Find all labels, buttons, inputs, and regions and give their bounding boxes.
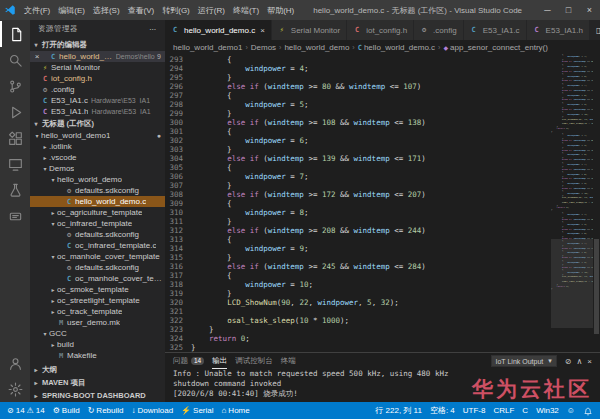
open-editor-hello-world-demo-c[interactable]: ×Chello_world_demo.cDemos\hello_world_de…: [30, 51, 165, 62]
open-editor-e53-ia1-h[interactable]: CE53_IA1.hHardware\E53_IA1: [30, 106, 165, 117]
menu-s[interactable]: 选择(S): [89, 5, 124, 16]
menu-e[interactable]: 编辑(E): [54, 5, 89, 16]
tab-e53-ia1-c[interactable]: CE53_IA1.c: [464, 20, 527, 40]
status-utf-8[interactable]: UTF-8: [463, 406, 486, 415]
tree-item-oc-infrared-template[interactable]: ▾oc_infrared_template: [30, 218, 165, 229]
explorer-icon[interactable]: [0, 21, 30, 47]
source-control-icon[interactable]: [0, 73, 30, 99]
status-win32[interactable]: Win32: [536, 406, 559, 415]
extensions-icon[interactable]: [0, 125, 30, 151]
menu-t[interactable]: 终端(T): [229, 5, 263, 16]
panel-tab-item[interactable]: 问题14: [173, 353, 204, 369]
chevron-right-icon: ▸: [49, 297, 57, 304]
panel-tab-item[interactable]: 终端: [281, 353, 296, 369]
open-editor-serial-monitor[interactable]: ⚡Serial Monitor: [30, 62, 165, 73]
breadcrumb-item-demos[interactable]: Demos: [251, 43, 276, 52]
tree-item-vscode[interactable]: ▸.vscode: [30, 152, 165, 163]
problems-status[interactable]: ⊘14⚠14: [7, 406, 45, 415]
status-button-download[interactable]: ↓Download: [132, 406, 174, 415]
status-button-serial[interactable]: ⚡Serial: [181, 406, 213, 415]
tree-item-oc-smoke-template[interactable]: ▸oc_smoke_template: [30, 284, 165, 295]
run-and-debug-icon[interactable]: [0, 99, 30, 125]
tree-item-gcc[interactable]: ▾GCC: [30, 328, 165, 339]
tab-hello-world-demo-c[interactable]: Chello_world_demo.c×: [165, 20, 272, 40]
tree-item-user-demo-mk[interactable]: Muser_demo.mk: [30, 317, 165, 328]
tab-config[interactable]: ⚙.config: [414, 20, 464, 40]
file-icon-c-blue: C: [41, 97, 49, 105]
close-panel-icon[interactable]: ×: [587, 357, 592, 366]
section-open-editors[interactable]: ▾ 打开的编辑器: [30, 38, 165, 51]
minimap-slider[interactable]: [551, 239, 593, 328]
section-workspace[interactable]: ▾ 无标题 (工作区): [30, 117, 165, 130]
status-4[interactable]: 空格: 4: [430, 405, 455, 416]
minimap[interactable]: { windpower = 4; } else if (windtemp >= …: [551, 54, 593, 352]
tree-item-build[interactable]: ▸build: [30, 339, 165, 350]
minimize-window-icon[interactable]: ─: [537, 0, 558, 20]
tree-item-oc-manhole-cover-template[interactable]: ▾oc_manhole_cover_template: [30, 251, 165, 262]
tree-item-demos[interactable]: ▾Demos: [30, 163, 165, 174]
scrollbar[interactable]: [593, 54, 600, 352]
status-crlf[interactable]: CRLF: [493, 406, 514, 415]
breadcrumb-item-hello-world-demo[interactable]: hello_world_demo: [284, 43, 349, 52]
panel-tab-item[interactable]: 输出: [212, 353, 227, 369]
test-icon[interactable]: [0, 177, 30, 203]
iot-device-icon[interactable]: [0, 203, 30, 229]
tree-item-hello-world-demo1[interactable]: ▾hello_world_demo1●: [30, 130, 165, 141]
tree-item-iotlink[interactable]: ▸.iotlink: [30, 141, 165, 152]
status-button-home[interactable]: ⌂Home: [222, 406, 250, 415]
clear-output-icon[interactable]: ⊘: [565, 357, 572, 366]
maximize-window-icon[interactable]: □: [558, 0, 579, 20]
notifications-bell-icon[interactable]: [583, 406, 593, 416]
maximize-panel-icon[interactable]: ∧: [576, 357, 582, 366]
tab-iot-config-h[interactable]: Ciot_config.h: [347, 20, 414, 40]
tree-item-oc-infrared-template-c[interactable]: Coc_infrared_template.c: [30, 240, 165, 251]
menu-v[interactable]: 查看(V): [124, 5, 159, 16]
feedback-smiley-icon[interactable]: ☺: [567, 406, 575, 415]
tree-item-defaults-sdkconfig[interactable]: ⚙defaults.sdkconfig: [30, 262, 165, 273]
settings-icon[interactable]: [0, 376, 30, 402]
menu-r[interactable]: 运行(R): [194, 5, 229, 16]
breadcrumb-item-hello-world-demo-c[interactable]: Chello_world_demo.c: [358, 43, 435, 52]
output-console[interactable]: Info : Unable to match requested speed 5…: [165, 369, 600, 402]
tree-item-hello-world-demo-c[interactable]: Chello_world_demo.c: [30, 196, 165, 207]
open-editor-iot-config-h[interactable]: Ciot_config.h: [30, 73, 165, 84]
code-editor[interactable]: 293 {294 windpower = 4;295 }296 else if …: [165, 54, 551, 352]
tab-e53-ia1-h[interactable]: CE53_IA1.h: [527, 20, 590, 40]
menu-g[interactable]: 转到(G): [158, 5, 194, 16]
split-editor-icon[interactable]: ◫: [596, 26, 600, 35]
breadcrumb-item-app-senor-connect-entry[interactable]: ◆app_senor_connect_entry(): [443, 43, 547, 52]
more-actions-icon[interactable]: ⋯: [149, 25, 157, 34]
search-icon[interactable]: [0, 47, 30, 73]
menu-h[interactable]: 帮助(H): [263, 5, 298, 16]
open-editor-config[interactable]: ⚙.config: [30, 84, 165, 95]
close-window-icon[interactable]: ×: [579, 0, 600, 20]
section-outline[interactable]: ▸大纲: [30, 363, 165, 376]
close-icon[interactable]: ×: [260, 26, 265, 35]
window-title: hello_world_demo.c - 无标题 (工作区) - Visual …: [298, 5, 537, 16]
item-path: Hardware\E53_IA1: [91, 108, 150, 115]
tree-item-oc-streetlight-template[interactable]: ▸oc_streetlight_template: [30, 295, 165, 306]
tree-item-oc-agriculture-template[interactable]: ▸oc_agriculture_template: [30, 207, 165, 218]
breadcrumb-item-hello-world-demo1[interactable]: hello_world_demo1: [173, 43, 242, 52]
status-222-11[interactable]: 行 222, 列 11: [375, 405, 422, 416]
output-channel-select[interactable]: IoT Link Output▾: [491, 355, 557, 367]
account-icon[interactable]: [0, 350, 30, 376]
tab-serial-monitor[interactable]: ⚡Serial Monitor: [272, 20, 347, 40]
panel-tab-item[interactable]: 调试控制台: [235, 353, 273, 369]
open-editor-e53-ia1-c[interactable]: CE53_IA1.cHardware\E53_IA1: [30, 95, 165, 106]
section-spring-boot-dashboard[interactable]: ▸SPRING-BOOT DASHBOARD: [30, 389, 165, 402]
close-icon[interactable]: ×: [33, 52, 41, 61]
status-button-rebuild[interactable]: ↻Rebuild: [88, 406, 124, 415]
tree-item-oc-track-template[interactable]: ▸oc_track_template: [30, 306, 165, 317]
remote-explorer-icon[interactable]: [0, 151, 30, 177]
chevron-right-icon: ▸: [49, 341, 57, 348]
tree-item-oc-manhole-cover-template-c[interactable]: Coc_manhole_cover_template.c: [30, 273, 165, 284]
tree-item-makefile[interactable]: MMakefile: [30, 350, 165, 361]
section-maven[interactable]: ▸MAVEN 项目: [30, 376, 165, 389]
status-c[interactable]: C: [522, 406, 528, 415]
menu-f[interactable]: 文件(F): [20, 5, 54, 16]
status-button-build[interactable]: ⚙Build: [53, 406, 80, 415]
tree-item-hello-world-demo[interactable]: ▾hello_world_demo: [30, 174, 165, 185]
tree-item-defaults-sdkconfig[interactable]: ⚙defaults.sdkconfig: [30, 229, 165, 240]
tree-item-defaults-sdkconfig[interactable]: ⚙defaults.sdkconfig: [30, 185, 165, 196]
